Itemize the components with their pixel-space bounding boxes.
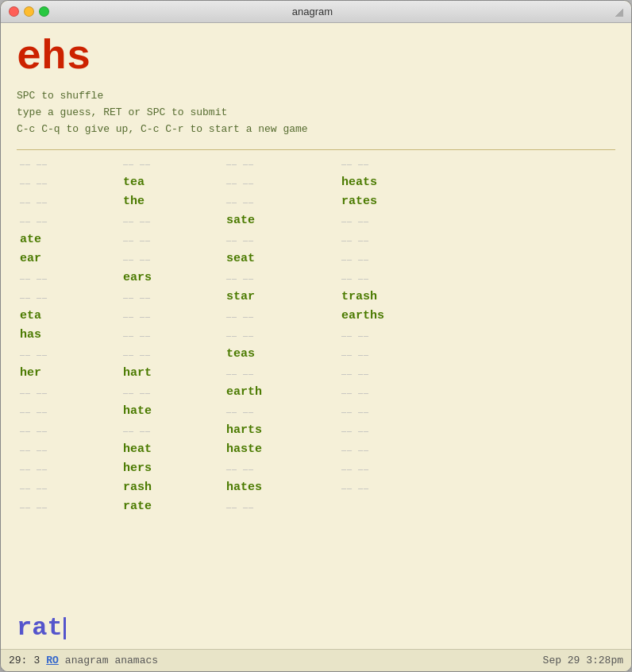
blank bbox=[123, 310, 151, 322]
cell-r1c3 bbox=[223, 155, 338, 172]
blank bbox=[123, 234, 151, 246]
cell-r2c1 bbox=[17, 174, 120, 191]
blank bbox=[20, 272, 48, 284]
cell-r13c1 bbox=[17, 384, 120, 401]
status-left: 29: 3 RO anagram anamacs bbox=[9, 655, 158, 666]
cell-r3c3 bbox=[223, 193, 338, 210]
blank bbox=[341, 481, 369, 494]
scrambled-letters: ehs bbox=[17, 35, 615, 80]
instruction-line1: SPC to shuffle bbox=[17, 88, 615, 105]
blank bbox=[226, 310, 254, 322]
blank bbox=[123, 253, 151, 265]
word-hart: hart bbox=[123, 366, 152, 380]
cell-r14c4 bbox=[338, 403, 453, 420]
word-seat: seat bbox=[226, 252, 255, 265]
cell-r3c2: the bbox=[120, 193, 223, 210]
maximize-button[interactable] bbox=[39, 6, 49, 17]
cell-r17c2: hers bbox=[120, 460, 223, 477]
word-haste: haste bbox=[226, 442, 262, 456]
cell-r7c3 bbox=[223, 269, 338, 287]
cell-r16c2: heat bbox=[120, 441, 223, 458]
cell-r7c1 bbox=[17, 269, 120, 287]
blank bbox=[123, 386, 151, 399]
blank bbox=[341, 424, 369, 437]
cell-r11c3: teas bbox=[223, 346, 338, 363]
main-window: anagram ehs SPC to shuffle type a guess,… bbox=[0, 0, 632, 672]
cell-r16c3: haste bbox=[223, 441, 338, 458]
blank bbox=[123, 424, 151, 437]
cell-r6c4 bbox=[338, 250, 453, 268]
word-rate: rate bbox=[123, 500, 152, 513]
cell-r12c2: hart bbox=[120, 365, 223, 382]
cell-r3c4: rates bbox=[338, 193, 453, 210]
blank bbox=[341, 329, 369, 342]
word-has: has bbox=[20, 328, 41, 342]
cell-r5c3 bbox=[223, 231, 338, 249]
cell-r12c1: her bbox=[17, 365, 120, 382]
blank bbox=[226, 367, 254, 380]
cell-r8c4: trash bbox=[338, 288, 453, 306]
minimize-button[interactable] bbox=[24, 6, 34, 17]
word-eta: eta bbox=[20, 309, 41, 322]
status-datetime: Sep 29 3:28pm bbox=[543, 655, 623, 666]
cell-r14c1 bbox=[17, 403, 120, 420]
cell-r17c3 bbox=[223, 460, 338, 477]
blank bbox=[226, 329, 254, 342]
blank bbox=[226, 405, 254, 418]
word-harts: harts bbox=[226, 423, 262, 437]
cell-r16c4 bbox=[338, 441, 453, 458]
instructions: SPC to shuffle type a guess, RET or SPC … bbox=[17, 88, 615, 137]
cell-r5c1: ate bbox=[17, 231, 120, 249]
word-ate: ate bbox=[20, 233, 41, 246]
cell-r8c1 bbox=[17, 288, 120, 306]
cell-r1c4 bbox=[338, 155, 453, 172]
cell-r11c1 bbox=[17, 346, 120, 363]
blank bbox=[20, 500, 48, 513]
cell-r10c2 bbox=[120, 326, 223, 344]
blank bbox=[20, 176, 48, 189]
separator bbox=[17, 149, 615, 150]
status-mode1: anagram bbox=[65, 655, 109, 666]
blank bbox=[226, 176, 254, 189]
word-sate: sate bbox=[226, 214, 255, 227]
word-grid-area: tea heats the rates sate ate ea bbox=[17, 155, 615, 607]
cell-r3c1 bbox=[17, 193, 120, 210]
cell-r6c2 bbox=[120, 250, 223, 268]
blank bbox=[123, 329, 151, 342]
cell-r2c2: tea bbox=[120, 174, 223, 191]
cell-r1c1 bbox=[17, 155, 120, 172]
cell-r5c4 bbox=[338, 231, 453, 249]
input-value: rat bbox=[17, 613, 63, 643]
word-star: star bbox=[226, 290, 255, 303]
blank bbox=[20, 214, 48, 227]
cell-r17c1 bbox=[17, 460, 120, 477]
cell-r19c4 bbox=[338, 498, 453, 516]
blank bbox=[123, 214, 151, 227]
status-tab[interactable]: RO bbox=[46, 655, 59, 666]
cell-r6c1: ear bbox=[17, 250, 120, 268]
close-button[interactable] bbox=[9, 6, 19, 17]
cell-r13c2 bbox=[120, 384, 223, 401]
main-content: ehs SPC to shuffle type a guess, RET or … bbox=[1, 23, 631, 649]
cell-r14c2: hate bbox=[120, 403, 223, 420]
instruction-line3: C-c C-q to give up, C-c C-r to start a n… bbox=[17, 122, 615, 138]
text-cursor bbox=[64, 617, 66, 639]
cell-r15c1 bbox=[17, 422, 120, 439]
cell-r2c3 bbox=[223, 174, 338, 191]
word-hate: hate bbox=[123, 404, 152, 418]
cell-r15c4 bbox=[338, 422, 453, 439]
blank bbox=[341, 348, 369, 361]
cell-r19c1 bbox=[17, 498, 120, 516]
traffic-lights bbox=[9, 6, 49, 17]
cell-r17c4 bbox=[338, 460, 453, 477]
cell-r15c2 bbox=[120, 422, 223, 439]
word-teas: teas bbox=[226, 347, 255, 361]
cell-r8c3: star bbox=[223, 288, 338, 306]
blank bbox=[226, 195, 254, 208]
blank bbox=[20, 157, 48, 170]
blank bbox=[341, 214, 369, 227]
cell-r9c3 bbox=[223, 307, 338, 325]
blank bbox=[20, 443, 48, 456]
blank bbox=[20, 386, 48, 399]
input-line[interactable]: rat bbox=[17, 607, 615, 649]
